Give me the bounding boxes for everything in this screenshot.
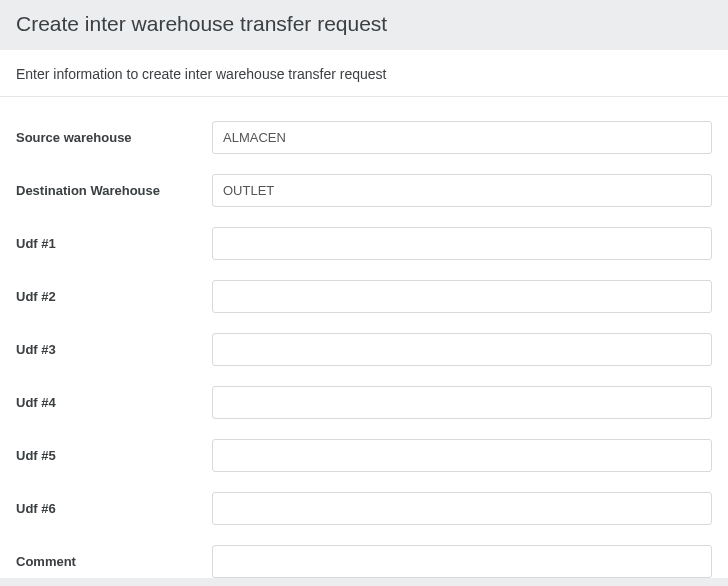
- row-source-warehouse: Source warehouse: [0, 121, 728, 154]
- page-title: Create inter warehouse transfer request: [16, 12, 712, 36]
- row-destination-warehouse: Destination Warehouse: [0, 174, 728, 207]
- row-udf1: Udf #1: [0, 227, 728, 260]
- select-wrap-source-warehouse: [212, 121, 712, 154]
- udf4-input[interactable]: [212, 386, 712, 419]
- label-udf2: Udf #2: [16, 289, 212, 304]
- label-udf5: Udf #5: [16, 448, 212, 463]
- form-subtitle: Enter information to create inter wareho…: [0, 50, 728, 97]
- label-udf1: Udf #1: [16, 236, 212, 251]
- label-destination-warehouse: Destination Warehouse: [16, 183, 212, 198]
- label-udf6: Udf #6: [16, 501, 212, 516]
- label-udf4: Udf #4: [16, 395, 212, 410]
- udf1-input[interactable]: [212, 227, 712, 260]
- row-udf3: Udf #3: [0, 333, 728, 366]
- udf6-input[interactable]: [212, 492, 712, 525]
- form-card: Enter information to create inter wareho…: [0, 50, 728, 578]
- select-wrap-destination-warehouse: [212, 174, 712, 207]
- comment-input[interactable]: [212, 545, 712, 578]
- source-warehouse-select[interactable]: [212, 121, 712, 154]
- row-udf6: Udf #6: [0, 492, 728, 525]
- page-title-bar: Create inter warehouse transfer request: [0, 0, 728, 50]
- destination-warehouse-select[interactable]: [212, 174, 712, 207]
- udf3-input[interactable]: [212, 333, 712, 366]
- label-comment: Comment: [16, 554, 212, 569]
- form-body: Source warehouse Destination Warehouse U…: [0, 97, 728, 578]
- row-udf4: Udf #4: [0, 386, 728, 419]
- row-comment: Comment: [0, 545, 728, 578]
- label-source-warehouse: Source warehouse: [16, 130, 212, 145]
- udf5-input[interactable]: [212, 439, 712, 472]
- label-udf3: Udf #3: [16, 342, 212, 357]
- row-udf2: Udf #2: [0, 280, 728, 313]
- udf2-input[interactable]: [212, 280, 712, 313]
- row-udf5: Udf #5: [0, 439, 728, 472]
